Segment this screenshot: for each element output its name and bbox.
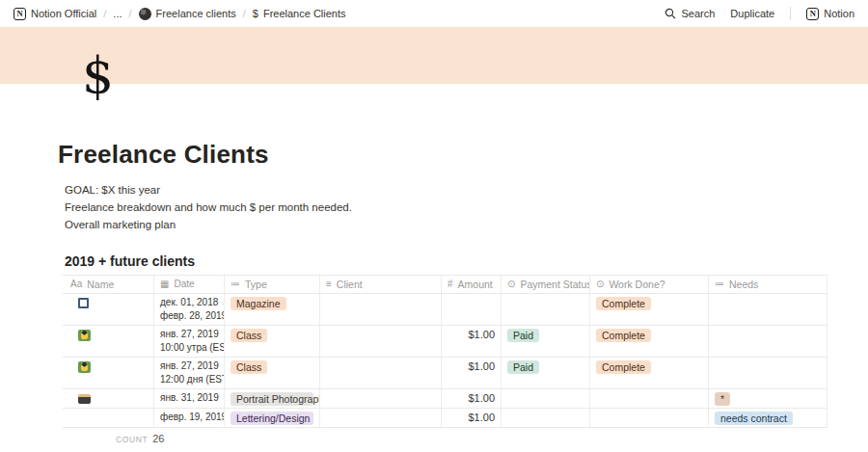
notion-brand-link[interactable]: N Notion bbox=[806, 8, 854, 20]
type-cell[interactable]: Class bbox=[225, 326, 320, 357]
teacher-icon bbox=[78, 330, 91, 341]
needs-cell[interactable] bbox=[709, 294, 827, 325]
calendar-icon: ▦ bbox=[160, 278, 169, 291]
column-header-work-done[interactable]: ⊙ Work Done? bbox=[590, 276, 709, 293]
work-done-tag: Complete bbox=[596, 360, 651, 374]
topbar-divider bbox=[790, 7, 791, 20]
table-header-row: Aa Name ▦ Date ≔ Type ≡ Client # Amoun bbox=[63, 275, 827, 294]
table-row: янв. 27, 201910:00 утра (EST) Class $1.0… bbox=[63, 326, 827, 358]
paragraph-marketing[interactable]: Overall marketing plan bbox=[65, 216, 829, 233]
table-row: янв. 27, 201912:00 дня (EST) Class $1.00… bbox=[63, 358, 827, 389]
needs-tag: needs contract bbox=[715, 412, 793, 425]
type-tag: Class bbox=[231, 360, 267, 374]
column-header-client[interactable]: ≡ Client bbox=[320, 276, 442, 293]
breadcrumb-workspace-label: Notion Official bbox=[31, 8, 96, 19]
type-tag: Portrait Photography bbox=[231, 392, 313, 406]
payment-status-cell[interactable] bbox=[502, 409, 590, 427]
payment-tag: Paid bbox=[507, 360, 539, 374]
date-cell[interactable]: февр. 19, 2019 bbox=[154, 409, 225, 427]
payment-status-cell[interactable]: Paid bbox=[502, 358, 590, 388]
client-cell[interactable] bbox=[320, 358, 442, 388]
client-cell[interactable] bbox=[320, 409, 442, 427]
work-done-cell[interactable] bbox=[590, 409, 709, 427]
breadcrumb-parent[interactable]: Freelance clients bbox=[139, 8, 236, 20]
name-cell[interactable] bbox=[63, 409, 154, 427]
column-header-date[interactable]: ▦ Date bbox=[154, 276, 225, 293]
column-header-name[interactable]: Aa Name bbox=[63, 276, 154, 293]
amount-cell[interactable]: $1.00 bbox=[442, 358, 502, 388]
count-label: COUNT bbox=[116, 435, 148, 444]
breadcrumb-current-label: Freelance Clients bbox=[263, 8, 346, 19]
column-header-needs[interactable]: ≔ Needs bbox=[709, 276, 827, 293]
parent-page-icon bbox=[139, 8, 151, 20]
work-done-cell[interactable]: Complete bbox=[590, 294, 709, 325]
date-cell[interactable]: янв. 27, 201910:00 утра (EST) bbox=[154, 326, 225, 357]
name-cell[interactable] bbox=[63, 326, 154, 357]
breadcrumb-workspace[interactable]: N Notion Official bbox=[14, 8, 96, 20]
work-done-cell[interactable] bbox=[590, 389, 709, 408]
column-header-type[interactable]: ≔ Type bbox=[225, 276, 320, 293]
title-property-icon: Aa bbox=[70, 278, 82, 291]
breadcrumb-collapsed[interactable]: ... bbox=[113, 8, 122, 19]
page-dollar-icon[interactable]: $ bbox=[82, 42, 114, 108]
column-header-payment-status[interactable]: ⊙ Payment Status bbox=[502, 276, 590, 293]
table-row: янв. 31, 2019 Portrait Photography $1.00… bbox=[63, 389, 827, 409]
work-done-tag: Complete bbox=[596, 329, 651, 342]
page-cover[interactable] bbox=[0, 27, 868, 84]
type-cell[interactable]: Lettering/Design bbox=[225, 409, 320, 427]
page-title[interactable]: Freelance Clients bbox=[58, 139, 829, 170]
text-property-icon: ≡ bbox=[326, 278, 332, 291]
type-cell[interactable]: Portrait Photography bbox=[225, 389, 320, 408]
type-cell[interactable]: Magazine bbox=[225, 294, 320, 325]
notion-page: N Notion Official / ... / Freelance clie… bbox=[0, 0, 868, 452]
notion-logo-icon: N bbox=[14, 8, 26, 20]
payment-status-cell[interactable] bbox=[502, 294, 590, 325]
database-title[interactable]: 2019 + future clients bbox=[65, 253, 829, 270]
topbar-actions: Search Duplicate N Notion bbox=[665, 7, 854, 20]
column-header-amount[interactable]: # Amount bbox=[442, 276, 502, 293]
payment-tag: Paid bbox=[507, 329, 539, 342]
amount-cell[interactable]: $1.00 bbox=[442, 326, 502, 357]
payment-status-cell[interactable]: Paid bbox=[502, 326, 590, 357]
notion-brand-label: Notion bbox=[824, 8, 854, 19]
type-cell[interactable]: Class bbox=[225, 358, 320, 388]
page-content: Freelance Clients GOAL: $X this year Fre… bbox=[58, 139, 829, 444]
work-done-cell[interactable]: Complete bbox=[590, 358, 709, 388]
amount-cell[interactable]: $1.00 bbox=[442, 409, 502, 427]
needs-cell[interactable] bbox=[709, 326, 827, 357]
needs-cell[interactable]: * bbox=[709, 389, 827, 408]
date-cell[interactable]: янв. 31, 2019 bbox=[154, 389, 225, 408]
dollar-icon: $ bbox=[253, 8, 258, 19]
breadcrumb-parent-label: Freelance clients bbox=[156, 8, 236, 19]
search-button[interactable]: Search bbox=[665, 8, 715, 19]
paragraph-goal[interactable]: GOAL: $X this year bbox=[65, 181, 829, 199]
table-row: дек. 01, 2018 →февр. 28, 2019 Magazine C… bbox=[63, 294, 827, 326]
select-property-icon: ⊙ bbox=[596, 278, 604, 291]
teacher-icon bbox=[78, 361, 91, 373]
client-cell[interactable] bbox=[320, 326, 442, 357]
work-done-cell[interactable]: Complete bbox=[590, 326, 709, 357]
multiselect-icon: ≔ bbox=[231, 278, 240, 291]
needs-tag: * bbox=[715, 392, 730, 406]
count-row[interactable]: COUNT 26 bbox=[116, 433, 827, 444]
count-value: 26 bbox=[152, 433, 164, 444]
date-cell[interactable]: дек. 01, 2018 →февр. 28, 2019 bbox=[154, 294, 225, 325]
client-cell[interactable] bbox=[320, 294, 442, 325]
needs-cell[interactable]: needs contract bbox=[709, 409, 827, 427]
amount-cell[interactable] bbox=[442, 294, 502, 325]
name-cell[interactable] bbox=[63, 358, 154, 388]
breadcrumb-separator: / bbox=[243, 8, 246, 19]
date-cell[interactable]: янв. 27, 201912:00 дня (EST) bbox=[154, 358, 225, 388]
payment-status-cell[interactable] bbox=[502, 389, 590, 408]
work-done-tag: Complete bbox=[596, 297, 651, 310]
breadcrumb-separator: / bbox=[129, 8, 132, 19]
client-cell[interactable] bbox=[320, 389, 442, 408]
breadcrumb-current[interactable]: $ Freelance Clients bbox=[253, 8, 346, 19]
name-cell[interactable] bbox=[63, 389, 154, 408]
type-tag: Magazine bbox=[231, 297, 286, 310]
needs-cell[interactable] bbox=[709, 358, 827, 388]
amount-cell[interactable]: $1.00 bbox=[442, 389, 502, 408]
name-cell[interactable] bbox=[63, 294, 154, 325]
paragraph-breakdown[interactable]: Freelance breakdown and how much $ per m… bbox=[65, 199, 829, 216]
duplicate-button[interactable]: Duplicate bbox=[730, 8, 774, 19]
